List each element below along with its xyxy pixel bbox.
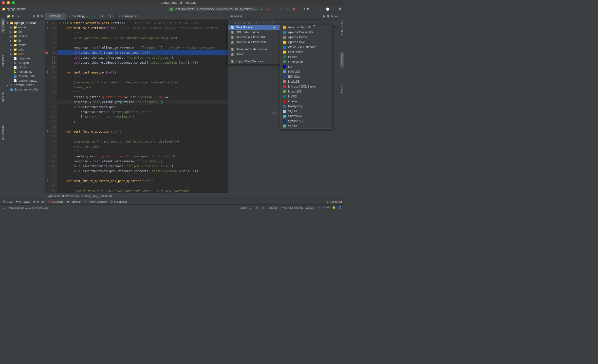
jump-to-console-icon[interactable]: ⮓ bbox=[243, 21, 246, 25]
interpreter[interactable]: Python 3.8 (django_tutorial) bbox=[280, 206, 314, 209]
bottom-tool-run[interactable]: ▶4: Run bbox=[34, 200, 44, 203]
menu-item[interactable]: Microsoft SQL Server bbox=[281, 84, 332, 89]
code-line[interactable]: response = self.client.get(reverse('poll… bbox=[57, 45, 228, 50]
code-line[interactable]: """ bbox=[57, 90, 228, 95]
view-icon[interactable]: ▢ bbox=[263, 21, 265, 25]
menu-item[interactable]: ▦Data Source from Path bbox=[228, 40, 280, 45]
chevron-down-icon[interactable]: ▾ bbox=[18, 15, 19, 18]
maximize-window-icon[interactable] bbox=[12, 1, 15, 4]
tree-item[interactable]: 🐍manage.py bbox=[5, 70, 45, 74]
editor-gutter[interactable]: 2021222324252627282930313233343536373839… bbox=[45, 20, 57, 193]
code-line[interactable]: self.assertQuerysetEqual( bbox=[57, 105, 228, 109]
tree-item[interactable]: 📄LICENSE bbox=[5, 65, 45, 70]
editor-code[interactable]: class QuestionIndexViewTests(TestCase): … bbox=[57, 20, 228, 193]
project-view-label[interactable]: P... bbox=[12, 15, 16, 18]
tree-item[interactable]: ▸📁mysite bbox=[5, 43, 45, 47]
indent[interactable]: 4 spaces bbox=[267, 206, 278, 209]
tree-external-libs[interactable]: ▸ ⫾⫾ External Librari bbox=[5, 83, 45, 87]
code-line[interactable]: self.assertContains(response, "No polls … bbox=[57, 164, 228, 169]
minimize-window-icon[interactable] bbox=[7, 1, 10, 4]
code-line[interactable]: def test_past_question(self): bbox=[57, 70, 228, 75]
run-gutter-icon[interactable] bbox=[47, 21, 48, 24]
close-icon[interactable]: × bbox=[138, 15, 140, 18]
tree-root[interactable]: ▾ 📁 django_tutorial bbox=[5, 21, 45, 25]
stop-button[interactable]: ■ bbox=[292, 7, 296, 11]
code-line[interactable]: ) bbox=[57, 119, 228, 124]
run-gutter-icon[interactable] bbox=[47, 26, 48, 29]
run-gutter-icon[interactable] bbox=[47, 179, 48, 182]
code-line[interactable]: response.context['latest_question_list']… bbox=[57, 109, 228, 114]
menu-item[interactable]: Snowflake bbox=[281, 114, 332, 119]
editor-tab[interactable]: ●__init__.py× bbox=[91, 13, 117, 19]
code-line[interactable]: """ bbox=[57, 134, 228, 139]
debug-button[interactable]: 🐞 bbox=[266, 7, 270, 11]
code-line[interactable]: """ bbox=[57, 75, 228, 80]
breakpoint-icon[interactable] bbox=[45, 52, 48, 54]
tree-item[interactable]: 📘README.md bbox=[5, 74, 45, 78]
git-commit-button[interactable]: ✓ bbox=[319, 7, 323, 11]
editor-tab[interactable]: ●tests.py× bbox=[45, 13, 66, 19]
code-line[interactable]: create_question(question_text="Future qu… bbox=[57, 154, 228, 159]
menu-item[interactable]: ▦Driver bbox=[228, 52, 280, 57]
code-line[interactable]: self.assertContains(response, "No polls … bbox=[57, 55, 228, 60]
menu-item[interactable]: MariaDB bbox=[281, 79, 332, 84]
code-line[interactable]: def test_no_questions(self): self: test_… bbox=[57, 26, 228, 31]
menu-item[interactable]: Apache Derby bbox=[281, 35, 332, 40]
code-line[interactable]: self.assertEqual(response.status_code, 2… bbox=[57, 50, 228, 55]
bottom-tool-todo[interactable]: ❖6: TODO bbox=[16, 200, 30, 203]
menu-item[interactable]: IBM Db2 bbox=[281, 74, 332, 79]
gear-icon[interactable]: ⚙ bbox=[330, 15, 333, 18]
hide-icon[interactable]: — bbox=[335, 15, 337, 18]
database-tab[interactable]: Database bbox=[340, 52, 344, 68]
menu-item[interactable]: Vertica bbox=[281, 124, 332, 128]
sciview-tab[interactable]: SciView bbox=[340, 83, 344, 96]
code-line[interactable]: ['<Question: Past question.>'] bbox=[57, 114, 228, 119]
menu-item[interactable]: PostgreSQL bbox=[281, 104, 332, 109]
tree-item[interactable]: ▸📁include bbox=[5, 34, 45, 38]
run-configuration-dropdown[interactable]: ⬤ Test: polls.tests.QuestionIndexViewTes… bbox=[168, 7, 258, 11]
code-line[interactable]: self.assertQuerysetEqual(response.contex… bbox=[57, 169, 228, 174]
close-icon[interactable]: × bbox=[87, 15, 88, 18]
menu-item[interactable]: ▦Import Data Sources... bbox=[228, 59, 280, 64]
code-line[interactable] bbox=[57, 174, 228, 179]
duplicate-icon[interactable]: ⧉ bbox=[234, 21, 236, 25]
menu-item[interactable]: ▦Data Source from URL bbox=[228, 35, 280, 40]
favorites-tool-tab[interactable]: 2: Favorites bbox=[1, 124, 5, 142]
encoding[interactable]: UTF-8 bbox=[256, 206, 264, 209]
remote-host-tab[interactable]: Remote Host bbox=[340, 18, 344, 37]
code-line[interactable]: Questions with a pub_date in the past ar… bbox=[57, 80, 228, 85]
coverage-button[interactable]: ⟳ bbox=[273, 7, 277, 11]
menu-item[interactable]: Exasol bbox=[281, 55, 332, 59]
run-gutter-icon[interactable] bbox=[47, 71, 48, 73]
gear-icon[interactable]: ⚙ bbox=[40, 15, 43, 18]
code-line[interactable]: response = self.client.get(reverse('poll… bbox=[57, 100, 228, 105]
stop-icon[interactable]: ■ bbox=[248, 21, 250, 25]
add-icon[interactable]: + bbox=[230, 21, 232, 25]
git-update-button[interactable]: ↙ bbox=[313, 7, 317, 11]
tree-item[interactable]: ▸📁bin bbox=[5, 30, 45, 34]
inspection-icon[interactable]: 👤 bbox=[338, 206, 342, 209]
code-line[interactable]: Even if both past and future questions e… bbox=[57, 188, 228, 193]
add-datasource-menu[interactable]: ▦Data Source▸▦DDL Data Source▦Data Sourc… bbox=[228, 25, 280, 64]
structure-tool-tab[interactable]: 7: Structure bbox=[1, 53, 5, 71]
menu-item[interactable]: MySQL bbox=[281, 94, 332, 99]
menu-item[interactable]: Sybase ASE bbox=[281, 119, 332, 124]
tree-item[interactable]: ▸📁lib bbox=[5, 38, 45, 43]
tree-scratches[interactable]: ⬤ Scratches and Co bbox=[5, 87, 45, 92]
close-icon[interactable]: × bbox=[112, 15, 114, 18]
code-line[interactable]: def test_future_question(self): bbox=[57, 129, 228, 134]
datasource-submenu[interactable]: Amazon RedshiftApache CassandraApache De… bbox=[280, 25, 332, 129]
menu-item[interactable]: ▦DDL Data Source bbox=[228, 30, 280, 35]
tree-item[interactable]: ▸📁admin bbox=[5, 25, 45, 30]
git-branch[interactable]: ⎇ master bbox=[317, 206, 329, 209]
code-line[interactable]: create_question(question_text="Past ques… bbox=[57, 95, 228, 100]
attach-button[interactable]: ⇥ bbox=[286, 7, 290, 11]
git-history-button[interactable]: 🕓 bbox=[326, 7, 330, 11]
project-tool-tab[interactable]: 1: Project bbox=[1, 18, 5, 33]
caret-position[interactable]: 36:59 bbox=[240, 206, 247, 209]
collapse-icon[interactable]: ⊟ bbox=[37, 15, 39, 18]
menu-item[interactable]: Amazon Redshift bbox=[281, 25, 332, 30]
locate-icon[interactable]: ⊕ bbox=[322, 15, 325, 18]
profile-button[interactable]: ◔ bbox=[279, 7, 283, 11]
code-line[interactable]: def test_future_question_and_past_questi… bbox=[57, 179, 228, 183]
